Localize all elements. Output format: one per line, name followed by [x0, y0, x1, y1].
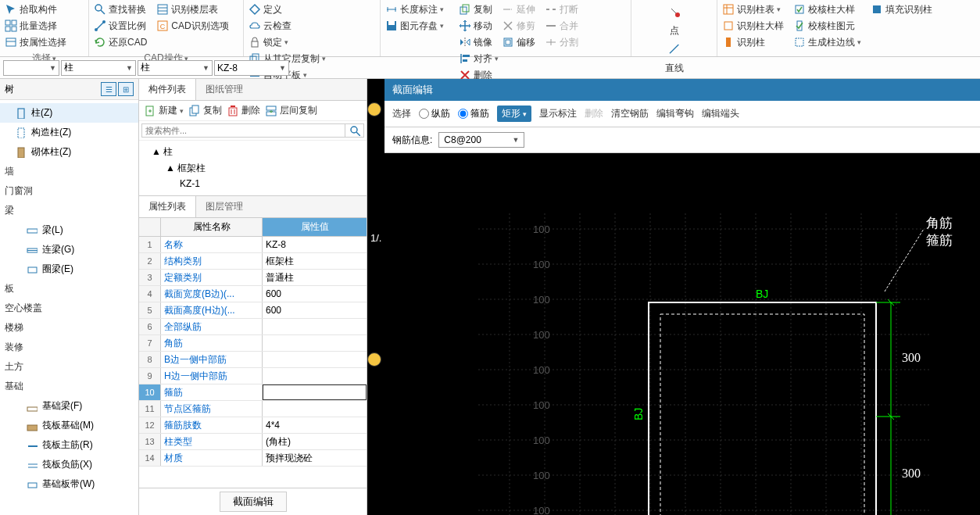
combo-2[interactable]: 柱▼	[61, 60, 136, 76]
prop-value[interactable]: 框架柱	[263, 253, 367, 269]
btn-edit-end[interactable]: 编辑端头	[702, 107, 739, 120]
prop-value[interactable]: 预拌现浇砼	[263, 450, 367, 466]
prop-row[interactable]: 9H边一侧中部筋	[139, 368, 367, 384]
tree-group-found[interactable]: 基础	[0, 377, 138, 396]
btn-section-edit[interactable]: 截面编辑	[220, 492, 287, 512]
tree-item-raft-main[interactable]: 筏板主筋(R)	[0, 435, 138, 455]
btn-id-col-size[interactable]: 识别柱大样	[721, 18, 785, 34]
btn-cad-options[interactable]: CAD识别选项	[155, 18, 230, 34]
tree-body[interactable]: 柱(Z) 构造柱(Z) 砌体柱(Z) 墙 门窗洞 梁 梁(L) 连梁(G) 圈梁…	[0, 100, 138, 515]
prop-value[interactable]: 600	[263, 286, 367, 302]
radio-longitudinal[interactable]: 纵筋	[419, 107, 450, 120]
prop-row[interactable]: 1名称KZ-8	[139, 237, 367, 253]
btn-restore-cad[interactable]: 还原CAD	[92, 34, 148, 50]
btn-move[interactable]: 移动	[457, 18, 494, 34]
combo-4[interactable]: KZ-8▼	[214, 60, 289, 76]
tab-drawing-mgmt[interactable]: 图纸管理	[196, 79, 252, 100]
prop-row[interactable]: 2结构类别框架柱	[139, 253, 367, 270]
btn-clear-steel[interactable]: 清空钢筋	[611, 107, 649, 120]
radio-stirrup[interactable]: 箍筋	[458, 107, 489, 120]
tb-new[interactable]: 新建▾	[144, 104, 184, 117]
tree-group-door[interactable]: 门窗洞	[0, 181, 138, 201]
tab-layer-mgmt[interactable]: 图层管理	[196, 196, 252, 217]
tree-item-raft-neg[interactable]: 筏板负筋(X)	[0, 455, 138, 474]
btn-check-col-entity[interactable]: 校核柱图元	[792, 18, 863, 34]
tree-item-column[interactable]: 柱(Z)	[0, 103, 138, 123]
tree-item-beam[interactable]: 梁(L)	[0, 220, 138, 240]
btn-cloud-check[interactable]: 云检查	[247, 18, 293, 34]
combo-3[interactable]: 柱▼	[138, 60, 213, 76]
tree-group-deco[interactable]: 装修	[0, 338, 138, 357]
search-input[interactable]	[141, 123, 345, 138]
btn-batch-select[interactable]: 批量选择	[3, 18, 68, 34]
combo-1[interactable]: ▼	[3, 60, 59, 76]
prop-row[interactable]: 8B边一侧中部筋	[139, 352, 367, 368]
prop-value[interactable]: 600	[263, 302, 367, 318]
section-drawing[interactable]: 100100100100100100100100100 BJ BJ 300 30…	[384, 182, 980, 515]
prop-value[interactable]: (角柱)	[263, 434, 367, 449]
tree-item-found-beam[interactable]: 基础梁(F)	[0, 396, 138, 416]
prop-row[interactable]: 4截面宽度(B边)(...600	[139, 286, 367, 302]
prop-row[interactable]: 10箍筋	[139, 384, 367, 401]
tb-copy[interactable]: 复制	[188, 104, 222, 117]
prop-row[interactable]: 11节点区箍筋	[139, 401, 367, 417]
tree-group-slab[interactable]: 板	[0, 279, 138, 299]
btn-fill-id-col[interactable]: 填充识别柱	[869, 2, 934, 17]
btn-length-dim[interactable]: 长度标注▾	[384, 2, 445, 17]
btn-set-scale[interactable]: 设置比例	[92, 18, 148, 34]
tree-item-ring-beam[interactable]: 圈梁(E)	[0, 259, 138, 279]
prop-row[interactable]: 3定额类别普通柱	[139, 270, 367, 286]
tree-item-link-beam[interactable]: 连梁(G)	[0, 240, 138, 259]
tb-delete[interactable]: 删除	[227, 104, 260, 117]
chip-rect[interactable]: 矩形▾	[497, 106, 531, 122]
btn-edit-hook[interactable]: 编辑弯钩	[656, 107, 694, 120]
btn-check-col-size[interactable]: 校核柱大样	[792, 2, 863, 17]
prop-value[interactable]: KZ-8	[263, 237, 367, 252]
comp-node-column[interactable]: ▲ 柱	[139, 144, 367, 160]
tree-group-wall[interactable]: 墙	[0, 162, 138, 181]
search-button[interactable]	[345, 123, 364, 138]
btn-align[interactable]: 对齐▾	[457, 51, 500, 66]
btn-define[interactable]: 定义	[247, 2, 293, 17]
prop-row[interactable]: 7角筋	[139, 335, 367, 352]
tree-item-cons-column[interactable]: 构造柱(Z)	[0, 123, 138, 142]
tab-component-list[interactable]: 构件列表	[139, 79, 196, 100]
btn-save-entity[interactable]: 图元存盘▾	[384, 18, 445, 34]
tree-group-stair[interactable]: 楼梯	[0, 318, 138, 338]
btn-id-col[interactable]: 识别柱	[721, 34, 785, 50]
prop-row[interactable]: 13柱类型(角柱)	[139, 434, 367, 450]
comp-node-frame-column[interactable]: ▲ 框架柱	[139, 160, 367, 177]
btn-mirror[interactable]: 镜像	[457, 34, 494, 50]
prop-value[interactable]	[263, 352, 367, 367]
btn-sel[interactable]: 选择	[392, 107, 411, 120]
btn-id-floor-table[interactable]: 识别楼层表	[155, 2, 230, 17]
tree-view-grid-icon[interactable]: ⊞	[118, 82, 134, 96]
tb-interfloor-copy[interactable]: 层间复制	[265, 104, 317, 117]
tab-prop-list[interactable]: 属性列表	[139, 196, 196, 217]
tree-item-found-strip[interactable]: 基础板带(W)	[0, 474, 138, 494]
prop-row[interactable]: 6全部纵筋	[139, 319, 367, 335]
prop-row[interactable]: 14材质预拌现浇砼	[139, 450, 367, 467]
steel-info-input[interactable]: C8@200▼	[438, 132, 524, 148]
prop-value[interactable]	[263, 384, 367, 400]
btn-gen-col-edge[interactable]: 生成柱边线▾	[792, 34, 863, 50]
btn-point[interactable]: 点	[656, 2, 693, 38]
btn-find-replace[interactable]: 查找替换	[92, 2, 148, 17]
btn-offset[interactable]: 偏移	[500, 34, 537, 50]
btn-line[interactable]: 直线	[656, 39, 693, 76]
component-tree[interactable]: ▲ 柱 ▲ 框架柱 KZ-1	[139, 141, 367, 195]
tree-view-list-icon[interactable]: ☰	[101, 82, 116, 96]
btn-lock[interactable]: 锁定▾	[247, 34, 293, 50]
tree-group-beam[interactable]: 梁	[0, 201, 138, 220]
btn-id-col-table[interactable]: 识别柱表▾	[721, 2, 785, 17]
prop-value[interactable]: 4*4	[263, 417, 367, 433]
prop-row[interactable]: 12箍筋肢数4*4	[139, 417, 367, 434]
prop-value[interactable]: 普通柱	[263, 270, 367, 285]
prop-value[interactable]	[263, 319, 367, 334]
prop-row[interactable]: 5截面高度(H边)(...600	[139, 302, 367, 319]
btn-show-dim[interactable]: 显示标注	[539, 107, 577, 120]
tree-group-earth[interactable]: 土方	[0, 357, 138, 377]
btn-copy[interactable]: 复制	[457, 2, 494, 17]
btn-pick-component[interactable]: 拾取构件	[3, 2, 68, 17]
tree-item-raft[interactable]: 筏板基础(M)	[0, 416, 138, 435]
